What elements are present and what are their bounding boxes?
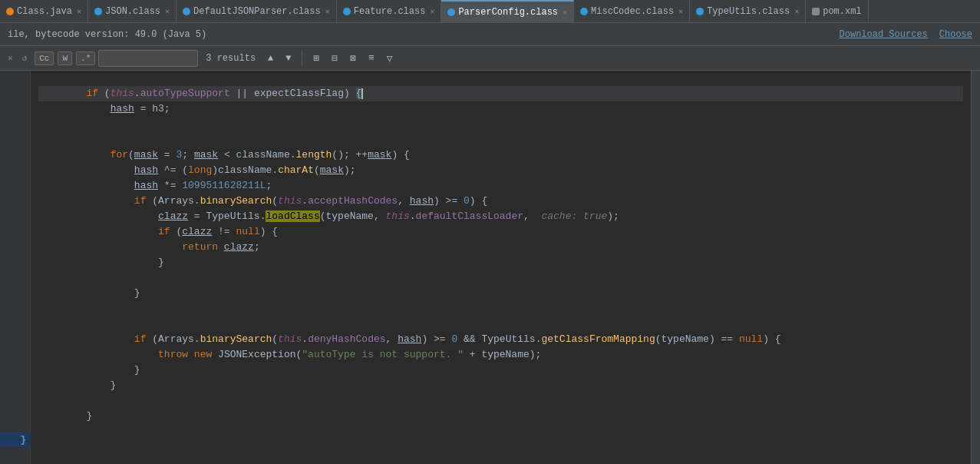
tab-bar: Class.java ✕ JSON.class ✕ DefaultJSONPar… [0, 0, 980, 23]
line-num [20, 286, 25, 301]
code-line: if (clazz != null) { [38, 224, 963, 240]
tab-misccodec-class[interactable]: MiscCodec.class ✕ [574, 0, 690, 22]
tab-label-typeutils-class: TypeUtils.class [707, 6, 790, 17]
line-num [20, 240, 25, 255]
search-input-wrap [98, 50, 198, 67]
scrollbar-track[interactable] [971, 71, 980, 464]
code-line: return clazz; [38, 240, 963, 255]
line-gutter [0, 71, 31, 464]
code-line: if (Arrays.binarySearch(this.acceptHashC… [38, 194, 963, 209]
code-line [38, 317, 963, 332]
line-num [20, 332, 25, 347]
line-num [20, 409, 25, 424]
code-line: } [38, 378, 963, 393]
code-line [38, 393, 963, 409]
tab-label-parserconfig-class: ParserConfig.class [458, 7, 558, 18]
code-text: } [38, 286, 140, 301]
line-num [20, 209, 25, 224]
search-next-button[interactable]: ▼ [281, 51, 295, 66]
code-text: for(mask = 3; mask < className.length();… [38, 147, 410, 163]
tab-parserconfig-class[interactable]: ParserConfig.class ✕ [441, 0, 574, 22]
line-num [20, 117, 25, 132]
line-num [20, 347, 25, 363]
search-input[interactable] [102, 53, 194, 64]
code-text: } [38, 409, 92, 424]
search-action-4[interactable]: ≡ [364, 50, 379, 66]
tab-typeutils-class[interactable]: TypeUtils.class ✕ [690, 0, 806, 22]
download-sources-link[interactable]: Download Sources [840, 29, 928, 40]
line-num [20, 255, 25, 270]
code-text: if (Arrays.binarySearch(this.denyHashCod… [38, 332, 781, 347]
code-line: if (this.autoTypeSupport || expectClassF… [38, 86, 963, 101]
code-line [38, 71, 963, 86]
tab-label-pom-xml: pom.xml [823, 6, 861, 17]
line-num [20, 147, 25, 163]
info-bar-actions: Download Sources Choose [840, 29, 972, 40]
code-line [38, 270, 963, 286]
tab-pom-xml[interactable]: pom.xml [806, 0, 868, 22]
tab-feature-class[interactable]: Feature.class ✕ [337, 0, 442, 22]
search-prev-button[interactable]: ▲ [263, 51, 278, 66]
code-text: } [38, 255, 164, 270]
tab-close-typeutils-class[interactable]: ✕ [794, 7, 799, 16]
code-text: hash ^= (long)className.charAt(mask); [38, 163, 356, 178]
tab-close-class-java[interactable]: ✕ [77, 7, 81, 16]
line-num [20, 317, 25, 332]
code-text: if (Arrays.binarySearch(this.acceptHashC… [38, 194, 487, 209]
tab-close-feature-class[interactable]: ✕ [430, 7, 434, 16]
search-action-2[interactable]: ⊟ [327, 50, 342, 67]
code-line: hash = h3; [38, 101, 963, 117]
tab-icon-parserconfig-class [447, 8, 455, 16]
code-line: } [38, 286, 963, 301]
tab-defaultjsonparser[interactable]: DefaultJSONParser.class ✕ [177, 0, 337, 22]
search-filter-button[interactable]: ▽ [382, 50, 398, 67]
code-line: } [38, 363, 963, 378]
code-line: throw new JSONException("autoType is not… [38, 347, 963, 363]
bracket-char: } [20, 434, 26, 446]
tab-close-parserconfig-class[interactable]: ✕ [563, 8, 567, 17]
tab-icon-class-java [6, 8, 14, 15]
tab-label-feature-class: Feature.class [354, 6, 426, 17]
code-line [38, 117, 963, 132]
tab-close-json-class[interactable]: ✕ [165, 7, 170, 16]
code-text: clazz = TypeUtils.loadClass(typeName, th… [38, 209, 619, 224]
code-text: } [38, 363, 140, 378]
tab-json-class[interactable]: JSON.class ✕ [88, 0, 177, 22]
line-num [20, 86, 25, 101]
tab-icon-defaultjsonparser [183, 8, 190, 15]
tab-class-java[interactable]: Class.java ✕ [0, 0, 88, 22]
line-num [20, 363, 25, 378]
search-case-button[interactable]: Cc [35, 51, 54, 65]
code-line [38, 132, 963, 147]
code-line: hash ^= (long)className.charAt(mask); [38, 163, 963, 178]
search-word-button[interactable]: W [58, 51, 72, 65]
search-results-label: 3 results [206, 53, 256, 64]
code-line: clazz = TypeUtils.loadClass(typeName, th… [38, 209, 963, 224]
code-content[interactable]: if (this.autoTypeSupport || expectClassF… [31, 71, 971, 464]
info-bar-text: ile, bytecode version: 49.0 (Java 5) [8, 29, 840, 40]
tab-icon-misccodec-class [580, 8, 588, 15]
choose-link[interactable]: Choose [939, 29, 972, 40]
search-regex-button[interactable]: .* [76, 51, 95, 65]
search-action-3[interactable]: ⊠ [345, 50, 361, 67]
tab-label-json-class: JSON.class [105, 6, 160, 17]
tab-label-class-java: Class.java [17, 6, 72, 17]
line-num [20, 178, 25, 194]
tab-close-defaultjsonparser[interactable]: ✕ [325, 7, 330, 16]
code-text: if (clazz != null) { [38, 224, 278, 240]
code-line: for(mask = 3; mask < className.length();… [38, 147, 963, 163]
search-bar: ✕ ↺ Cc W .* 3 results ▲ ▼ ⊞ ⊟ ⊠ ≡ ▽ [0, 46, 980, 71]
code-text: if (this.autoTypeSupport || expectClassF… [38, 86, 363, 101]
line-num [20, 163, 25, 178]
search-undo-button[interactable]: ↺ [19, 51, 31, 65]
code-line: hash *= 1099511628211L; [38, 178, 963, 194]
line-num [20, 378, 25, 393]
tab-label-misccodec-class: MiscCodec.class [591, 6, 674, 17]
tab-close-misccodec-class[interactable]: ✕ [678, 7, 683, 16]
search-close-button[interactable]: ✕ [5, 51, 16, 65]
search-action-1[interactable]: ⊞ [309, 50, 324, 67]
info-bar: ile, bytecode version: 49.0 (Java 5) Dow… [0, 23, 980, 46]
line-num [20, 393, 25, 409]
line-num [20, 132, 25, 147]
tab-icon-pom-xml [812, 8, 820, 15]
